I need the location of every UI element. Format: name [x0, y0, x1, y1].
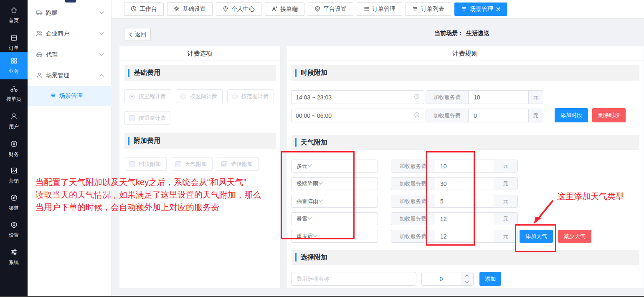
sidebar-item-merchants[interactable]: 企业商户 — [28, 24, 112, 43]
rail-item-business[interactable]: 业务 — [0, 52, 28, 79]
rail-item-finance[interactable]: 财务 — [0, 138, 28, 160]
radio-icon — [232, 94, 238, 99]
sidebar-subitem-scene-management[interactable]: 场景管理 — [28, 86, 112, 106]
annotation-arrow-label: 这里添加天气类型 — [557, 191, 624, 202]
checkbox-weather-extra[interactable]: 天气附加 — [171, 157, 213, 171]
weather-type-select[interactable]: 重度霾 — [291, 230, 378, 243]
radio-icon — [180, 94, 186, 99]
checkbox-label: 天气附加 — [185, 160, 207, 168]
weather-fee-input[interactable] — [435, 160, 494, 172]
fee-amount-input[interactable] — [422, 272, 461, 285]
tab-label: 订单管理 — [372, 5, 396, 13]
weather-type-select[interactable]: 暴雪 — [291, 212, 378, 225]
stepper-up-icon[interactable] — [461, 272, 473, 279]
weather-fee-input[interactable] — [435, 230, 494, 242]
add-time-button[interactable]: 添加时段 — [555, 108, 588, 122]
tab-scene-management[interactable]: 场景管理 — [454, 3, 507, 16]
fee-prefix-label: 加收服务费 — [426, 91, 469, 104]
current-scene-value: 生活递送 — [466, 30, 489, 36]
tab-label: 基础设置 — [183, 5, 206, 13]
rail-item-label: 用户 — [9, 123, 19, 130]
weather-fee-input[interactable] — [435, 213, 494, 225]
chevron-down-icon — [307, 163, 312, 169]
checkbox-icon — [175, 161, 181, 167]
radio-by-interval[interactable]: 按区间计费 — [176, 89, 223, 103]
weather-fee-input[interactable] — [435, 178, 494, 190]
section-extra-fee: 附加费用 — [124, 133, 276, 149]
billing-options-panel: 计费选项 基础费用 按里程计费 按区间计费 按范围计费 按重量计费 附加费用 时… — [119, 46, 281, 288]
fee-option-name-input[interactable] — [291, 272, 416, 286]
section-select-extra: 选择附加 — [292, 250, 639, 265]
checkbox-select-extra[interactable]: 选择附加 — [217, 157, 259, 171]
time-range-input[interactable]: 00:00 ~ 06:00 — [291, 109, 424, 122]
tab-order-list[interactable]: 订单列表 — [406, 3, 451, 16]
annotation-note-line: 当配置了天气附加以及天气key之后，系统会从“和风天气” — [35, 176, 261, 188]
radio-by-mileage[interactable]: 按里程计费 — [124, 89, 171, 103]
tab-personal-center[interactable]: 个人中心 — [216, 3, 261, 16]
car-icon — [36, 51, 46, 59]
time-fee-group: 加收服务费 元 — [426, 109, 543, 122]
section-title: 附加费用 — [134, 137, 160, 145]
unit-label: 元 — [494, 160, 517, 172]
tab-workbench[interactable]: 工作台 — [124, 3, 164, 16]
rail-item-system[interactable]: 系统 — [0, 246, 28, 268]
add-option-button[interactable]: 添加 — [479, 272, 501, 286]
fee-prefix-label: 加收服务费 — [391, 195, 435, 207]
section-base-fee: 基础费用 — [124, 65, 276, 81]
fee-prefix-label: 加收服务费 — [391, 160, 435, 172]
back-button[interactable]: 返回 — [124, 28, 151, 41]
rail-item-label: 接单员 — [6, 96, 21, 103]
truck-icon — [36, 9, 46, 17]
weather-fee-group: 加收服务费 元 — [391, 212, 518, 225]
stepper-down-icon[interactable] — [461, 279, 473, 285]
section-title: 天气附加 — [301, 138, 327, 147]
rail-item-marketing[interactable]: 营销 — [0, 165, 28, 186]
rail-item-settings[interactable]: 设置 — [0, 219, 28, 241]
tab-order-management[interactable]: 订单管理 — [357, 3, 402, 16]
checkbox-time-extra[interactable]: 时段附加 — [125, 157, 167, 171]
remove-time-button[interactable]: 删除时段 — [592, 108, 626, 122]
rail-item-courier[interactable]: 接单员 — [0, 83, 28, 104]
weather-fee-group: 加收服务费 元 — [391, 195, 518, 208]
weather-type-select[interactable]: 多云 — [291, 160, 378, 173]
current-scene-label: 当前场景： — [434, 30, 464, 36]
courier-bike-icon — [10, 85, 18, 94]
sidebar-item-driving[interactable]: 代驾 — [28, 45, 112, 64]
weather-fee-input[interactable] — [435, 195, 494, 207]
sidebar-item-errand[interactable]: 跑腿 — [28, 3, 112, 23]
rail-item-users[interactable]: 用户 — [0, 110, 28, 132]
sidebar-item-scene-management[interactable]: 场景管理 — [28, 66, 112, 85]
settings-gear-icon — [10, 221, 18, 231]
time-range-input[interactable]: 14:03 ~ 23:03 — [291, 90, 424, 104]
radio-by-range[interactable]: 按范围计费 — [227, 89, 274, 103]
fee-prefix-label: 加收服务费 — [391, 178, 435, 190]
sidebar-item-label: 代驾 — [46, 51, 58, 58]
tab-courier-client[interactable]: 接单端 — [265, 3, 304, 16]
rail-item-orders[interactable]: 订单 — [0, 32, 28, 53]
radio-icon — [129, 94, 135, 99]
gear-icon — [174, 6, 180, 13]
rail-item-home[interactable]: 首页 — [0, 4, 28, 26]
remove-weather-button[interactable]: 减少天气 — [558, 230, 591, 243]
chevron-left-icon — [129, 31, 133, 38]
add-weather-button[interactable]: 添加天气 — [520, 230, 553, 243]
rail-item-channel[interactable]: 渠道 — [0, 192, 28, 213]
weather-type-select[interactable]: 极端降雨 — [291, 177, 378, 190]
tab-basic-settings[interactable]: 基础设置 — [167, 3, 213, 16]
user-icon — [10, 112, 18, 122]
weather-type-select[interactable]: 强雷阵雨 — [291, 195, 378, 208]
time-fee-input[interactable] — [469, 109, 528, 122]
person-icon — [36, 72, 46, 80]
fee-amount-stepper — [421, 272, 474, 286]
radio-label: 按区间计费 — [190, 93, 217, 100]
clock-icon — [414, 94, 420, 101]
chevron-up-icon — [99, 72, 104, 79]
chevron-down-icon — [318, 180, 323, 187]
unit-label: 元 — [494, 213, 517, 225]
tab-platform-settings[interactable]: 平台设置 — [308, 3, 353, 16]
checkbox-by-weight[interactable]: 按重量计费 — [124, 111, 170, 125]
tab-bar: 工作台 基础设置 个人中心 接单端 平台设置 订单管理 订单列表 场景管理 — [112, 0, 644, 19]
time-fee-input[interactable] — [469, 91, 528, 104]
radio-label: 按范围计费 — [241, 93, 269, 100]
close-icon[interactable] — [496, 6, 500, 13]
